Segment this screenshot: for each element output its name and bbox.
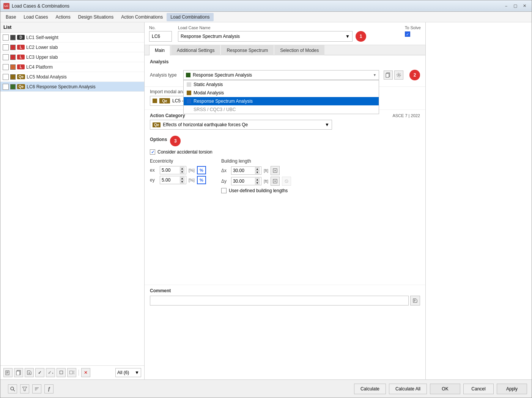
deltay-spin-down[interactable]: ▼ (255, 181, 260, 185)
deltay-action-button[interactable] (271, 177, 280, 186)
search-button[interactable] (8, 384, 17, 393)
dropdown-option-static[interactable]: Static Analysis (184, 80, 379, 89)
ey-input[interactable]: 5.00 ▲ ▼ (160, 176, 186, 184)
filter-dropdown[interactable]: All (6) ▼ (115, 368, 141, 377)
dropdown-option-modal[interactable]: Modal Analysis (184, 89, 379, 97)
filter-button[interactable] (20, 384, 29, 393)
action-category-title: Action Category (150, 113, 185, 118)
deltay-spin-up[interactable]: ▲ (255, 178, 260, 181)
ex-spin-down[interactable]: ▼ (180, 170, 184, 174)
list-item[interactable]: L LC3 Upper slab (0, 52, 144, 62)
action-category-dropdown[interactable]: Qe Effects of horizontal earthquake forc… (150, 120, 332, 130)
analysis-copy-button[interactable] (384, 71, 393, 80)
tab-additional-settings[interactable]: Additional Settings (171, 45, 220, 55)
action-category-value: Effects of horizontal earthquake forces … (163, 122, 248, 127)
svg-point-11 (398, 74, 400, 76)
deltax-action-button[interactable] (271, 166, 280, 175)
ey-label: ey (150, 177, 157, 183)
list-item-name: LC1 Self-weight (26, 35, 58, 40)
no-input[interactable]: LC6 (149, 31, 172, 42)
sort-button[interactable] (32, 384, 41, 393)
tab-main[interactable]: Main (149, 45, 170, 55)
checkmark-icon: ✓ (151, 150, 154, 155)
comment-input[interactable] (150, 296, 409, 306)
svg-rect-10 (386, 74, 389, 77)
ex-input[interactable]: 5.00 ▲ ▼ (160, 166, 186, 174)
list-item-color (10, 55, 16, 60)
menu-load-combinations[interactable]: Load Combinations (167, 13, 213, 21)
list-item[interactable]: L LC4 Platform (0, 62, 144, 72)
list-item-checkbox[interactable] (3, 64, 9, 70)
menu-base[interactable]: Base (2, 13, 20, 21)
comment-action-button[interactable] (410, 296, 420, 306)
analysis-type-dropdown[interactable]: Response Spectrum Analysis ▼ (183, 70, 379, 80)
bottom-left-tools: ƒ (5, 384, 54, 393)
apply-button[interactable]: Apply (497, 384, 527, 394)
deltax-input[interactable]: 30.00 ▲ ▼ (231, 166, 261, 175)
toolbar-uncheck-button[interactable]: ☐ (57, 368, 66, 377)
list-item[interactable]: D LC1 Self-weight (0, 33, 144, 42)
analysis-settings-button[interactable] (394, 71, 403, 80)
menu-load-cases[interactable]: Load Cases (20, 13, 52, 21)
calculate-button[interactable]: Calculate (354, 384, 386, 394)
minimize-button[interactable]: − (502, 2, 510, 10)
menu-actions[interactable]: Actions (52, 13, 74, 21)
to-solve-checkbox[interactable]: ✓ (405, 31, 410, 37)
cancel-button[interactable]: Cancel (463, 384, 494, 394)
user-defined-checkbox[interactable] (221, 188, 227, 193)
option-label: Response Spectrum Analysis (194, 99, 253, 104)
ex-spin-up[interactable]: ▲ (180, 167, 184, 170)
maximize-button[interactable]: ▢ (511, 2, 519, 10)
tab-selection-of-modes[interactable]: Selection of Modes (274, 45, 324, 55)
consider-torsion-label: Consider accidental torsion (157, 149, 212, 155)
ey-unit: [%] (189, 178, 195, 182)
ok-button[interactable]: OK (430, 384, 460, 394)
deltay-extra-button[interactable] (282, 177, 291, 186)
ey-percent-button[interactable]: % (197, 176, 206, 184)
calculate-all-button[interactable]: Calculate All (389, 384, 427, 394)
list-item-checkbox[interactable] (3, 74, 9, 80)
comment-input-row (150, 296, 420, 306)
deltax-spin-down[interactable]: ▼ (255, 171, 260, 174)
close-button[interactable]: ✕ (520, 2, 529, 10)
toolbar-uncheck-all-button[interactable]: ☐☐ (67, 368, 76, 377)
list-item-selected[interactable]: Qe LC6 Response Spectrum Analysis (0, 82, 144, 92)
deltax-value: 30.00 (233, 168, 244, 173)
load-case-name-group: Load Case Name Response Spectrum Analysi… (178, 25, 399, 42)
ex-percent-button[interactable]: % (197, 166, 206, 174)
menu-action-combinations[interactable]: Action Combinations (117, 13, 167, 21)
svg-line-25 (13, 390, 15, 391)
toolbar-new-button[interactable] (3, 368, 13, 377)
analysis-title: Analysis (150, 59, 168, 64)
ex-spin-buttons: ▲ ▼ (180, 167, 184, 174)
menu-design-situations[interactable]: Design Situations (74, 13, 117, 21)
deltay-unit: [ft] (264, 179, 268, 183)
toolbar-check-all-button[interactable]: ✓✓ (46, 368, 55, 377)
consider-torsion-checkbox[interactable]: ✓ (150, 149, 155, 155)
ey-spin-up[interactable]: ▲ (180, 177, 184, 180)
ey-spin-down[interactable]: ▼ (180, 180, 184, 183)
tab-response-spectrum[interactable]: Response Spectrum (221, 45, 274, 55)
list-item-name: LC2 Lower slab (26, 45, 58, 50)
comment-label: Comment (150, 288, 420, 293)
list-item-checkbox[interactable] (3, 44, 9, 50)
ex-row: ex 5.00 ▲ ▼ [%] % (150, 166, 206, 174)
list-item-checkbox[interactable] (3, 54, 9, 60)
formula-button[interactable]: ƒ (44, 384, 54, 393)
list-item[interactable]: Qe LC5 Modal Analysis (0, 72, 144, 82)
toolbar-copy-button[interactable] (14, 368, 23, 377)
toolbar-import-button[interactable] (25, 368, 34, 377)
deltay-input[interactable]: 30.00 ▲ ▼ (231, 177, 261, 185)
list-item[interactable]: L LC2 Lower slab (0, 42, 144, 52)
deltax-spin-up[interactable]: ▲ (255, 167, 260, 171)
dropdown-option-extra[interactable]: SRSS / CQC3 / UBC (184, 105, 379, 114)
toolbar-delete-button[interactable]: ✕ (81, 368, 90, 377)
option-label: Modal Analysis (194, 90, 224, 96)
list-item-checkbox[interactable] (3, 84, 9, 90)
import-badge: Qe (162, 99, 167, 103)
list-item-checkbox[interactable] (3, 34, 9, 41)
toolbar-check-button[interactable]: ✓ (35, 368, 44, 377)
dropdown-option-response[interactable]: Response Spectrum Analysis (184, 97, 379, 105)
load-case-name-input[interactable]: Response Spectrum Analysis ▼ (178, 31, 353, 42)
action-category-standard: ASCE 7 | 2022 (392, 113, 420, 118)
